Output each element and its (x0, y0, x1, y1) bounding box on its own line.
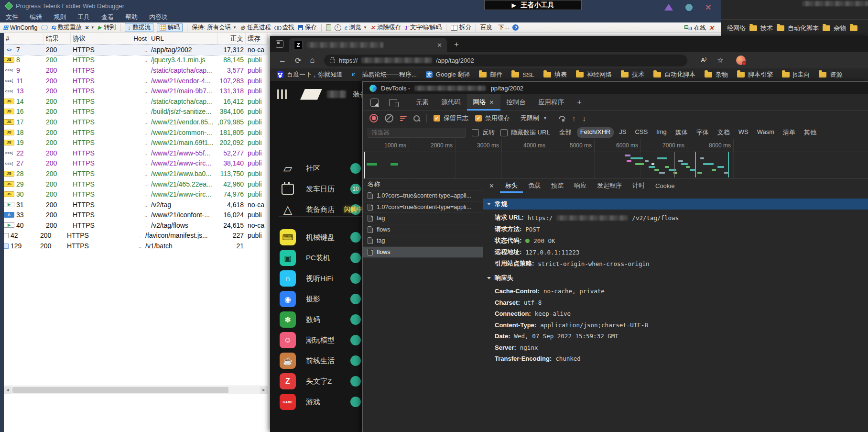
go-button[interactable]: ▶转到 (98, 23, 116, 32)
disable-cache-checkbox[interactable]: ✓禁用缓存 (475, 114, 510, 122)
clear-cache-button[interactable]: ✕清除缓存 (370, 23, 401, 32)
close-icon[interactable]: ✕ (709, 24, 714, 32)
filter-pill[interactable]: 全部 (556, 127, 575, 138)
tab-elements[interactable]: 元素 (410, 94, 435, 111)
tab-close-icon[interactable]: ✕ (437, 42, 442, 49)
filter-pill[interactable]: 其他 (801, 127, 820, 138)
invert-checkbox[interactable]: 反转 (472, 128, 495, 137)
menu-item[interactable]: 帮助 (125, 13, 138, 22)
close-detail-icon[interactable]: ✕ (489, 182, 494, 189)
bookmark-item[interactable]: 填表 (543, 70, 567, 79)
king-tool-overlay[interactable]: ▶ 王者小工具 (484, 0, 582, 10)
detail-tab[interactable]: 标头 (500, 178, 523, 193)
tab-network[interactable]: 网络✕ (467, 94, 500, 111)
general-section-header[interactable]: 常规 (483, 199, 868, 210)
bookmark-item[interactable]: 经网络 (724, 24, 746, 33)
session-row[interactable]: JS 19 200 HTTPS /www/21/main.69f1... 202… (4, 137, 268, 148)
more-tabs-icon[interactable]: + (577, 98, 582, 107)
bookmark-item[interactable]: 资源 (819, 70, 842, 79)
tab-application[interactable]: 应用程序 (532, 94, 570, 111)
session-row[interactable]: JS 28 200 HTTPS /www/21/www.ba0... 113,7… (4, 168, 268, 179)
session-row[interactable]: css{ 9 200 HTTPS /static/captcha/cap... … (4, 65, 268, 76)
winconfig-button[interactable]: ⊞WinConfig (3, 24, 38, 31)
export-har-icon[interactable]: ↓ (582, 114, 586, 122)
bookmark-item[interactable]: 自动化脚本 (653, 70, 695, 79)
circle-icon[interactable] (685, 4, 693, 11)
session-row[interactable]: css{ 27 200 HTTPS /www/21/www-circ... 38… (4, 158, 268, 169)
bookmark-item[interactable]: SSL (511, 71, 534, 78)
back-icon[interactable]: ← (279, 56, 286, 65)
stream-toggle[interactable]: ↓数据流 (125, 23, 153, 32)
session-row[interactable]: 42 200 HTTPS /favicon/manifest.js... 227… (4, 231, 268, 241)
bookmark-item[interactable]: 技术 (749, 24, 773, 33)
session-row[interactable]: JS 16 200 HTTPS /build/js/zf-sanitize...… (4, 107, 268, 117)
bookmark-item[interactable]: 杂物 (823, 24, 846, 33)
home-icon[interactable]: ⌂ (310, 56, 315, 65)
request-row[interactable]: 1.0?cors=true&content-type=appli... (363, 202, 483, 213)
session-row[interactable]: A 33 200 HTTPS /www/21/iconfont-... 16,0… (4, 210, 268, 221)
hamburger-icon[interactable] (277, 89, 287, 99)
menu-item[interactable]: 编辑 (30, 13, 42, 22)
bookmark-item[interactable]: 自动化脚本 (777, 24, 819, 33)
request-row[interactable]: tag (363, 235, 483, 247)
filter-pill[interactable]: Img (653, 127, 670, 138)
bookmark-item[interactable]: e 插易论坛——程序... (352, 70, 417, 79)
devtools-titlebar[interactable]: DevTools - pp/tag/2002 (363, 82, 868, 94)
read-aloud-icon[interactable]: A) (701, 56, 706, 64)
favorite-star-icon[interactable]: ☆ (717, 56, 723, 65)
detail-tab[interactable]: 计时 (627, 178, 650, 193)
timeline-overview[interactable] (363, 152, 868, 179)
filter-pill[interactable]: JS (616, 127, 629, 138)
new-tab-button[interactable]: + (454, 40, 459, 49)
session-row[interactable]: css{ 22 200 HTTPS /www/21/www-55f... 52,… (4, 148, 268, 158)
clear-icon[interactable] (385, 114, 393, 122)
menu-item[interactable]: 内容块 (149, 13, 168, 22)
any-process-button[interactable]: ⊕任意进程 (240, 23, 271, 32)
session-row[interactable]: JS 18 200 HTTPS /www/21/common-... 181,8… (4, 127, 268, 138)
request-row[interactable]: flows (363, 224, 483, 236)
request-row[interactable]: 1.0?cors=true&content-type=appli... (363, 190, 483, 202)
menu-item[interactable]: 规则 (54, 13, 66, 22)
filter-icon[interactable] (400, 116, 407, 121)
import-har-icon[interactable]: ↑ (572, 114, 576, 122)
session-row[interactable]: css{ 11 200 HTTPS /www/21/vendor-4... 10… (4, 76, 268, 86)
detail-tab[interactable]: 发起程序 (592, 178, 627, 193)
filter-pill[interactable]: Wasm (754, 127, 778, 138)
text-encoder-button[interactable]: T文字编/解码 (404, 23, 442, 32)
detail-tab[interactable]: 负载 (523, 178, 546, 193)
request-list-header[interactable]: 名称 (363, 178, 483, 190)
bookmark-item[interactable]: 文 Google 翻译 (426, 70, 470, 79)
tab-sources[interactable]: 源代码 (435, 94, 467, 111)
session-list-header[interactable]: # 结果 协议 Host URL 正文 缓存 (4, 33, 268, 44)
profile-avatar[interactable] (736, 55, 746, 65)
horizontal-scrollbar[interactable]: ◄ ► (4, 386, 268, 394)
session-row[interactable]: JS 17 200 HTTPS /www/21/vendor.85... 1,0… (4, 117, 268, 127)
bookmark-item[interactable]: 技术 (621, 70, 644, 79)
filter-pill[interactable]: 清单 (780, 127, 799, 138)
close-icon[interactable]: ✕ (705, 4, 711, 11)
session-row[interactable]: <> 7 200 HTTPS /app/tag/2002 17,312 no-c… (4, 44, 268, 55)
filter-pill[interactable]: WS (735, 127, 752, 138)
decode-toggle[interactable]: 解码 (157, 23, 183, 32)
bookmark-item[interactable]: js走向 (782, 70, 810, 79)
bookmark-item[interactable]: 脚本引擎 (737, 70, 773, 79)
detail-tab[interactable]: 预览 (546, 178, 569, 193)
bookmark-item[interactable]: 邮件 (479, 70, 502, 79)
browser-tab[interactable]: Z ✕ (289, 38, 447, 52)
session-row[interactable]: JS 29 200 HTTPS /www/21/465.22ea... 42,9… (4, 179, 268, 189)
hide-data-url-checkbox[interactable]: 隐藏数据 URL (500, 128, 550, 137)
filter-pill[interactable]: 媒体 (672, 127, 691, 138)
scroll-left-arrow[interactable]: ◄ (4, 387, 11, 394)
keep-sessions-dropdown[interactable]: 保持: 所有会话▼ (192, 23, 237, 32)
refresh-icon[interactable]: ⟳ (295, 56, 301, 65)
tab-console[interactable]: 控制台 (500, 94, 532, 111)
session-row[interactable]: css{ 13 200 HTTPS /www/21/main-9b7... 13… (4, 86, 268, 96)
replay-button[interactable]: ⇆数据重放 (51, 23, 82, 32)
search-icon[interactable] (413, 115, 420, 122)
throttle-dropdown[interactable]: 无限制▼ (517, 113, 551, 123)
detail-tab[interactable]: 响应 (569, 178, 592, 193)
find-button[interactable]: 查找 (274, 23, 294, 32)
device-toolbar-icon[interactable] (389, 99, 397, 106)
remove-sessions-button[interactable]: ×▼ (85, 24, 95, 31)
bookmark-item[interactable]: 杂物 (705, 70, 728, 79)
